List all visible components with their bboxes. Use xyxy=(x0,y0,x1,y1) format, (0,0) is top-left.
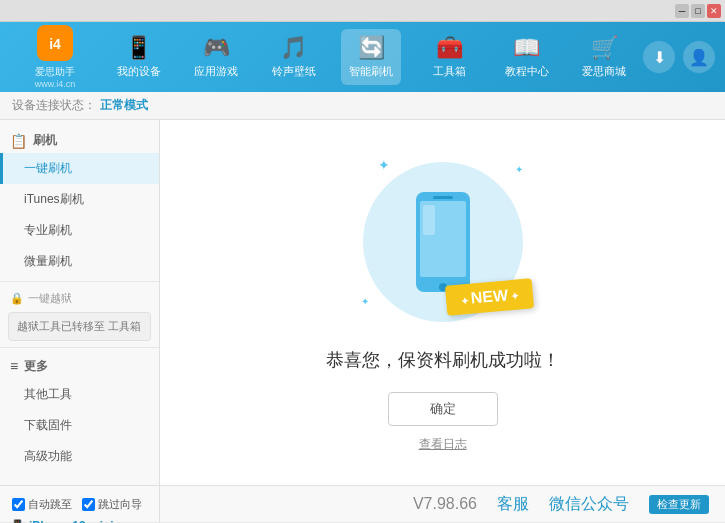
svg-text:i4: i4 xyxy=(49,36,61,52)
auto-jump-checkbox[interactable]: 自动跳至 xyxy=(12,497,72,512)
jailbreak-info-text: 越狱工具已转移至 工具箱 xyxy=(17,320,141,332)
sparkle-tr: ✦ xyxy=(515,164,523,175)
tutorial-icon: 📖 xyxy=(513,35,540,61)
logo-subtext: www.i4.cn xyxy=(35,79,76,89)
my-device-label: 我的设备 xyxy=(117,64,161,79)
nav-bar: 📱 我的设备 🎮 应用游戏 🎵 铃声壁纸 🔄 智能刷机 🧰 工具箱 📖 教程中心… xyxy=(100,29,643,85)
title-bar: ─ □ ✕ xyxy=(0,0,725,22)
sidebar-item-one-click-flash[interactable]: 一键刷机 xyxy=(0,153,159,184)
minimize-button[interactable]: ─ xyxy=(675,4,689,18)
svg-rect-4 xyxy=(433,196,453,199)
skip-wizard-checkbox[interactable]: 跳过向导 xyxy=(82,497,142,512)
skip-wizard-label: 跳过向导 xyxy=(98,497,142,512)
jailbreak-info-box: 越狱工具已转移至 工具箱 xyxy=(8,312,151,341)
lock-icon: 🔒 xyxy=(10,292,24,305)
service-link[interactable]: 客服 xyxy=(497,494,529,515)
wechat-link[interactable]: 微信公众号 xyxy=(549,494,629,515)
nav-apps-games[interactable]: 🎮 应用游戏 xyxy=(186,29,246,85)
download-button[interactable]: ⬇ xyxy=(643,41,675,73)
ringtone-icon: 🎵 xyxy=(280,35,307,61)
bottom-panel: 自动跳至 跳过向导 V7.98.66 客服 微信公众号 检查更新 📱 iPhon… xyxy=(0,485,725,523)
nav-my-device[interactable]: 📱 我的设备 xyxy=(109,29,169,85)
flash-section-icon: 📋 xyxy=(10,133,27,149)
sidebar-item-advanced[interactable]: 高级功能 xyxy=(0,441,159,472)
status-bar: 设备连接状态： 正常模式 xyxy=(0,92,725,120)
sidebar-item-other-tools[interactable]: 其他工具 xyxy=(0,379,159,410)
success-text: 恭喜您，保资料刷机成功啦！ xyxy=(326,348,560,372)
sparkle-tl: ✦ xyxy=(378,157,390,173)
shop-icon: 🛒 xyxy=(591,35,618,61)
logo-icon: i4 xyxy=(37,25,73,61)
jailbreak-label: 一键越狱 xyxy=(28,291,72,306)
logo: i4 爱思助手 www.i4.cn xyxy=(10,25,100,89)
toolbox-label: 工具箱 xyxy=(433,64,466,79)
apps-label: 应用游戏 xyxy=(194,64,238,79)
phone-icon: 📱 xyxy=(10,519,25,523)
bottom-device-row: 自动跳至 跳过向导 V7.98.66 客服 微信公众号 检查更新 xyxy=(0,486,725,523)
user-button[interactable]: 👤 xyxy=(683,41,715,73)
my-device-icon: 📱 xyxy=(125,35,152,61)
sidebar-flash-header: 📋 刷机 xyxy=(0,126,159,153)
logo-text: 爱思助手 xyxy=(35,65,75,79)
auto-jump-label: 自动跳至 xyxy=(28,497,72,512)
skip-wizard-input[interactable] xyxy=(82,498,95,511)
smart-flash-icon: 🔄 xyxy=(358,35,385,61)
toolbox-icon: 🧰 xyxy=(436,35,463,61)
sparkle-bl: ✦ xyxy=(361,296,369,307)
header: i4 爱思助手 www.i4.cn 📱 我的设备 🎮 应用游戏 🎵 铃声壁纸 🔄… xyxy=(0,22,725,92)
close-button[interactable]: ✕ xyxy=(707,4,721,18)
maximize-button[interactable]: □ xyxy=(691,4,705,18)
sidebar-divider-1 xyxy=(0,281,159,282)
more-section-label: 更多 xyxy=(24,358,48,375)
sidebar-item-micro-flash[interactable]: 微量刷机 xyxy=(0,246,159,277)
sidebar-item-pro-flash[interactable]: 专业刷机 xyxy=(0,215,159,246)
nav-shop[interactable]: 🛒 爱思商城 xyxy=(574,29,634,85)
sidebar-jailbreak-header: 🔒 一键越狱 xyxy=(0,286,159,310)
ringtone-label: 铃声壁纸 xyxy=(272,64,316,79)
shop-label: 爱思商城 xyxy=(582,64,626,79)
new-badge: NEW xyxy=(444,278,533,315)
nav-toolbox[interactable]: 🧰 工具箱 xyxy=(419,29,479,85)
device-name: iPhone 12 mini xyxy=(29,519,114,523)
phone-svg xyxy=(408,187,478,297)
sidebar-divider-2 xyxy=(0,347,159,348)
bottom-right-row: V7.98.66 客服 微信公众号 检查更新 xyxy=(160,486,725,522)
content-area: ✦ ✦ ✦ NEW 恭喜您，保资料刷机成功啦！ 确定 查看日志 xyxy=(160,120,725,485)
update-button[interactable]: 检查更新 xyxy=(649,495,709,514)
nav-smart-flash[interactable]: 🔄 智能刷机 xyxy=(341,29,401,85)
header-right: ⬇ 👤 xyxy=(643,41,715,73)
status-value: 正常模式 xyxy=(100,97,148,114)
success-illustration: ✦ ✦ ✦ NEW xyxy=(353,152,533,332)
sidebar: 📋 刷机 一键刷机 iTunes刷机 专业刷机 微量刷机 🔒 一键越狱 越狱工具… xyxy=(0,120,160,485)
smart-flash-label: 智能刷机 xyxy=(349,64,393,79)
confirm-button[interactable]: 确定 xyxy=(388,392,498,426)
svg-rect-6 xyxy=(423,205,435,235)
sidebar-item-itunes-flash[interactable]: iTunes刷机 xyxy=(0,184,159,215)
checkbox-row: 自动跳至 跳过向导 xyxy=(10,497,149,512)
device-panel: 自动跳至 跳过向导 xyxy=(0,486,160,522)
flash-section-label: 刷机 xyxy=(33,132,57,149)
version-text: V7.98.66 xyxy=(413,495,477,513)
sidebar-item-download-firmware[interactable]: 下载固件 xyxy=(0,410,159,441)
nav-tutorial[interactable]: 📖 教程中心 xyxy=(497,29,557,85)
main-area: 📋 刷机 一键刷机 iTunes刷机 专业刷机 微量刷机 🔒 一键越狱 越狱工具… xyxy=(0,120,725,485)
nav-ringtone[interactable]: 🎵 铃声壁纸 xyxy=(264,29,324,85)
auto-jump-input[interactable] xyxy=(12,498,25,511)
sidebar-more-header: ≡ 更多 xyxy=(0,352,159,379)
tutorial-label: 教程中心 xyxy=(505,64,549,79)
go-home-link[interactable]: 查看日志 xyxy=(419,436,467,453)
status-label: 设备连接状态： xyxy=(12,97,96,114)
apps-icon: 🎮 xyxy=(203,35,230,61)
more-section-icon: ≡ xyxy=(10,358,18,374)
